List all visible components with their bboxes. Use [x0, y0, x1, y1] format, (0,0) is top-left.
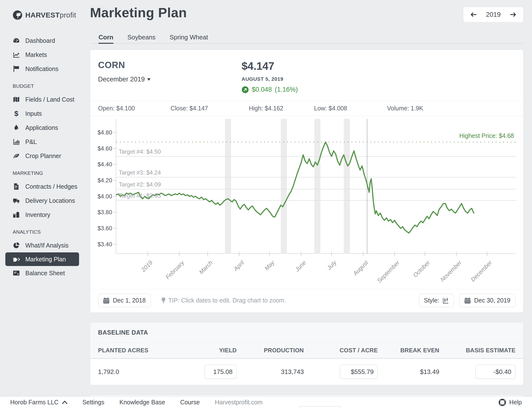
sidebar-item-what-if-analysis[interactable]: What/If Analysis — [0, 238, 84, 252]
tag-icon — [13, 256, 20, 263]
chevron-up-icon — [62, 400, 67, 404]
footer-link-course[interactable]: Course — [180, 399, 200, 406]
sidebar-item-applications[interactable]: Applications — [0, 121, 84, 135]
end-date-button[interactable]: Dec 30, 2019 — [459, 294, 515, 307]
svg-text:$: $ — [14, 110, 18, 117]
sidebar-item-balance-sheet[interactable]: Balance Sheet — [0, 266, 84, 280]
sidebar-item-marketing-plan[interactable]: Marketing Plan — [5, 252, 79, 266]
gauge-icon — [13, 37, 20, 44]
app-logo[interactable]: HARVESTprofit — [0, 8, 84, 22]
contract-icon — [13, 183, 20, 190]
column-header-basis-estimate: BASIS ESTIMATE — [439, 347, 515, 354]
x-axis-tick-label: July — [326, 259, 338, 271]
column-header-production: PRODUCTION — [237, 347, 304, 354]
x-axis-tick-label: 2019 — [140, 259, 154, 273]
flag-icon — [13, 65, 20, 72]
price-chart-region: $4.80$4.60$4.40$4.20$4.00$3.80$3.60$3.40… — [90, 116, 523, 289]
stat-open: Open: $4.100 — [98, 105, 171, 112]
help-button[interactable]: Help — [499, 399, 522, 406]
x-axis-tick-label: December — [469, 259, 493, 283]
topbar: Marketing Plan 2019 — [90, 0, 523, 28]
x-axis-tick-label: February — [164, 259, 186, 281]
logo-primary: HARVEST — [25, 11, 60, 19]
truck-icon — [13, 197, 20, 204]
y-axis-tick-label: $4.40 — [90, 161, 112, 168]
x-axis-tick-label: November — [439, 259, 463, 283]
sidebar-item-inputs[interactable]: $ Inputs — [0, 106, 84, 121]
chart-footer: Dec 1, 2018 TIP: Click dates to edit. Dr… — [90, 289, 523, 312]
price-chart-plot[interactable] — [116, 119, 516, 254]
sidebar-item-crop-planner[interactable]: Crop Planner — [0, 149, 84, 163]
bar-chart-icon — [13, 138, 20, 145]
stat-close: Close: $4.147 — [171, 105, 249, 112]
chevron-down-icon — [147, 78, 151, 81]
basis-estimate-input[interactable] — [475, 365, 515, 379]
sidebar-heading-budget: BUDGET — [0, 76, 84, 92]
x-axis-tick-label: May — [263, 259, 276, 272]
commodity-name: CORN — [98, 60, 242, 70]
sidebar-item-label: Notifications — [25, 65, 58, 72]
footer-bar: Horob Farms LLC Settings Knowledge Base … — [0, 396, 532, 408]
chart-tip-text: TIP: Click dates to edit. Drag chart to … — [168, 297, 286, 304]
help-label: Help — [509, 399, 522, 406]
yield-input[interactable] — [205, 365, 237, 379]
chart-tip: TIP: Click dates to edit. Drag chart to … — [161, 297, 286, 304]
previous-year-arrow-icon[interactable] — [470, 11, 477, 18]
style-button-label: Style: — [424, 297, 439, 304]
chart-line-icon — [13, 51, 20, 58]
next-year-arrow-icon[interactable] — [510, 11, 517, 18]
footer-link-knowledge-base[interactable]: Knowledge Base — [119, 399, 165, 406]
account-switcher[interactable]: Horob Farms LLC — [10, 399, 67, 406]
start-date-button[interactable]: Dec 1, 2018 — [98, 294, 151, 307]
quote-header: CORN December 2019 $4.147 AUGUST 5, 2019… — [90, 50, 523, 101]
sidebar: HARVESTprofit Dashboard Markets Notifica… — [0, 0, 84, 408]
tab-spring-wheat[interactable]: Spring Wheat — [170, 34, 208, 43]
silo-icon — [13, 211, 20, 218]
cost-per-acre-input[interactable] — [340, 365, 378, 379]
tab-soybeans[interactable]: Soybeans — [127, 34, 156, 43]
sidebar-item-label: Crop Planner — [25, 152, 61, 160]
tab-corn[interactable]: Corn — [99, 34, 113, 44]
price-date: AUGUST 5, 2019 — [242, 76, 298, 82]
price-change: $0.048 (1.16%) — [242, 86, 298, 93]
app-logo-text: HARVESTprofit — [25, 11, 76, 19]
sidebar-item-delivery-locations[interactable]: Delivery Locations — [0, 194, 84, 208]
column-header-yield: YIELD — [156, 347, 237, 354]
sidebar-item-label: P&L — [25, 138, 37, 145]
highest-price-label: Highest Price: $4.68 — [459, 132, 514, 139]
sidebar-item-notifications[interactable]: Notifications — [0, 62, 84, 76]
production-value: 313,743 — [237, 368, 304, 376]
clipped-trigger-input[interactable] — [300, 406, 341, 408]
arrow-up-right-circle-icon — [242, 86, 249, 93]
footer-link-harvestprofit[interactable]: Harvestprofit.com — [215, 399, 262, 406]
stat-volume: Volume: 1.9K — [387, 105, 423, 112]
year-navigator: 2019 — [463, 7, 523, 22]
y-axis-tick-label: $4.00 — [90, 193, 112, 200]
planted-acres-value: 1,792.0 — [98, 368, 156, 376]
sidebar-item-label: Dashboard — [25, 37, 55, 44]
baseline-header-row: PLANTED ACRES YIELD PRODUCTION COST / AC… — [90, 343, 523, 359]
chart-style-button[interactable]: Style: — [419, 294, 454, 307]
pie-chart-icon — [13, 242, 20, 249]
sidebar-item-dashboard[interactable]: Dashboard — [0, 34, 84, 48]
y-axis-tick-label: $3.60 — [90, 225, 112, 232]
x-axis-tick-label: August — [352, 259, 370, 277]
sidebar-item-contracts-hedges[interactable]: Contracts / Hedges — [0, 179, 84, 194]
sidebar-item-markets[interactable]: Markets — [0, 48, 84, 62]
life-ring-icon — [499, 399, 506, 406]
y-axis-tick-label: $4.20 — [90, 177, 112, 184]
calendar-icon — [103, 297, 109, 304]
stat-low: Low: $4.008 — [314, 105, 387, 112]
footer-link-settings[interactable]: Settings — [82, 399, 104, 406]
sidebar-item-pnl[interactable]: P&L — [0, 135, 84, 149]
contract-dropdown[interactable]: December 2019 — [98, 76, 242, 83]
sidebar-item-label: Markets — [25, 51, 47, 58]
app-root: HARVESTprofit Dashboard Markets Notifica… — [0, 0, 532, 408]
sidebar-item-fields-land-cost[interactable]: Fields / Land Cost — [0, 92, 84, 106]
sidebar-item-label: Marketing Plan — [25, 256, 66, 263]
leaf-icon — [13, 152, 20, 160]
column-header-cost-acre: COST / ACRE — [304, 347, 378, 354]
sidebar-item-label: Contracts / Hedges — [25, 183, 77, 190]
sidebar-item-inventory[interactable]: Inventory — [0, 208, 84, 222]
column-header-break-even: BREAK EVEN — [378, 347, 439, 354]
